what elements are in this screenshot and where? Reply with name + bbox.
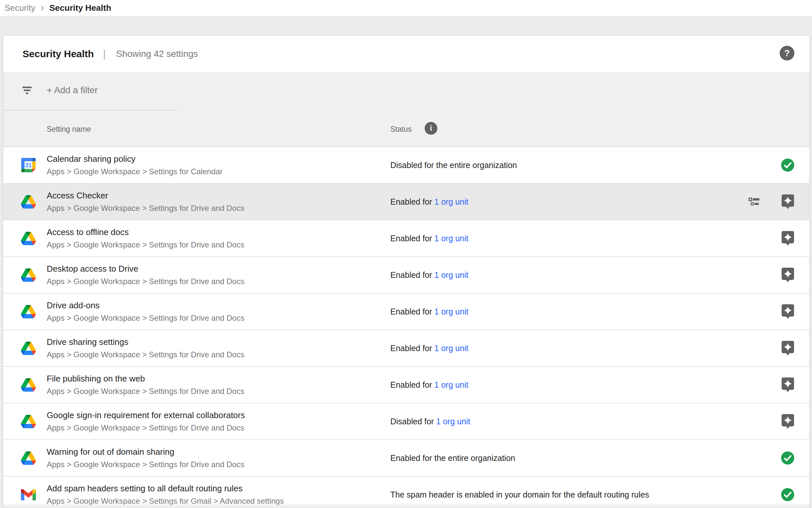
- setting-status: Enabled for 1 org unit: [390, 344, 468, 353]
- setting-path: Apps > Google Workspace > Settings for D…: [47, 277, 244, 286]
- setting-row[interactable]: Access Checker Apps > Google Workspace >…: [3, 184, 809, 220]
- drive-icon: [21, 451, 36, 466]
- setting-name: Add spam headers setting to all default …: [47, 483, 243, 494]
- breadcrumb-current-page: Security Health: [49, 3, 111, 13]
- setting-name: Desktop access to Drive: [47, 264, 138, 274]
- setting-row[interactable]: Add spam headers setting to all default …: [3, 477, 809, 508]
- drive-icon: [21, 414, 36, 429]
- status-text: Enabled for: [390, 234, 434, 243]
- breadcrumb-security-link[interactable]: Security: [5, 3, 35, 13]
- status-ok-icon: [781, 452, 794, 465]
- settings-list: 31 Calendar sharing policy Apps > Google…: [3, 147, 809, 508]
- status-text: Enabled for: [390, 380, 434, 389]
- setting-row[interactable]: Desktop access to Drive Apps > Google Wo…: [3, 257, 809, 294]
- org-unit-link[interactable]: 1 org unit: [434, 307, 468, 316]
- setting-name: Drive sharing settings: [47, 337, 128, 347]
- recommendation-icon[interactable]: [781, 195, 794, 209]
- setting-path: Apps > Google Workspace > Settings for C…: [47, 167, 223, 176]
- filter-underline: [3, 110, 178, 111]
- help-icon[interactable]: ?: [780, 46, 794, 60]
- setting-path: Apps > Google Workspace > Settings for D…: [47, 423, 244, 432]
- setting-row[interactable]: Google sign-in requirement for external …: [3, 404, 809, 440]
- chevron-right-icon: ›: [41, 2, 44, 13]
- setting-name: Access Checker: [47, 190, 108, 201]
- status-text: The spam header is enabled in your domai…: [390, 490, 649, 499]
- breadcrumb: Security › Security Health: [0, 0, 812, 16]
- setting-name: Access to offline docs: [47, 227, 129, 237]
- setting-name: Google sign-in requirement for external …: [47, 410, 245, 420]
- setting-name: Warning for out of domain sharing: [47, 447, 175, 457]
- column-header-status: Status: [390, 125, 412, 134]
- status-text: Enabled for the entire organization: [390, 454, 515, 463]
- setting-status: Disabled for 1 org unit: [390, 417, 470, 426]
- drive-icon: [21, 194, 36, 209]
- recommendation-icon[interactable]: [781, 268, 794, 283]
- org-unit-link[interactable]: 1 org unit: [434, 270, 468, 280]
- org-unit-link[interactable]: 1 org unit: [434, 380, 468, 389]
- setting-path: Apps > Google Workspace > Settings for D…: [47, 240, 244, 249]
- org-unit-link[interactable]: 1 org unit: [434, 197, 468, 206]
- org-unit-link[interactable]: 1 org unit: [434, 234, 468, 243]
- status-text: Disabled for the entire organization: [390, 161, 517, 170]
- status-text: Enabled for: [390, 270, 434, 280]
- setting-status: Enabled for 1 org unit: [390, 197, 468, 207]
- gmail-icon: [21, 487, 36, 502]
- recommendation-icon[interactable]: [781, 304, 794, 319]
- drive-icon: [21, 377, 36, 392]
- calendar-icon: 31: [21, 158, 36, 173]
- setting-path: Apps > Google Workspace > Settings for D…: [47, 460, 244, 469]
- setting-name: File publishing on the web: [47, 374, 145, 384]
- setting-row[interactable]: Warning for out of domain sharing Apps >…: [3, 440, 809, 477]
- recommendation-icon[interactable]: [781, 231, 794, 246]
- setting-status: Enabled for 1 org unit: [390, 307, 468, 316]
- setting-status: Disabled for the entire organization: [390, 161, 517, 170]
- setting-row[interactable]: Drive sharing settings Apps > Google Wor…: [3, 330, 809, 367]
- setting-status: Enabled for 1 org unit: [390, 270, 468, 280]
- status-text: Enabled for: [390, 197, 434, 206]
- filter-and-header-band: + Add a filter Setting name Status i: [3, 72, 809, 147]
- drive-icon: [21, 341, 36, 356]
- drive-icon: [21, 231, 36, 246]
- info-icon[interactable]: i: [425, 122, 437, 135]
- drive-icon: [21, 304, 36, 319]
- recommendation-icon[interactable]: [781, 414, 794, 429]
- page-title: Security Health: [22, 48, 94, 59]
- setting-row[interactable]: 31 Calendar sharing policy Apps > Google…: [3, 147, 809, 184]
- recommendation-icon[interactable]: [781, 341, 794, 356]
- title-divider: |: [103, 48, 105, 60]
- add-filter-button[interactable]: + Add a filter: [47, 85, 98, 95]
- setting-path: Apps > Google Workspace > Settings for G…: [47, 497, 284, 506]
- setting-status: The spam header is enabled in your domai…: [390, 490, 649, 500]
- settings-count-label: Showing 42 settings: [116, 49, 198, 59]
- setting-name: Drive add-ons: [47, 300, 100, 310]
- setting-path: Apps > Google Workspace > Settings for D…: [47, 313, 244, 323]
- security-health-card: Security Health | Showing 42 settings ? …: [3, 36, 809, 508]
- status-text: Disabled for: [390, 417, 436, 426]
- status-text: Enabled for: [390, 307, 434, 316]
- setting-row[interactable]: File publishing on the web Apps > Google…: [3, 367, 809, 404]
- svg-text:31: 31: [25, 162, 32, 169]
- status-ok-icon: [781, 159, 794, 172]
- setting-status: Enabled for 1 org unit: [390, 380, 468, 390]
- setting-row[interactable]: Access to offline docs Apps > Google Wor…: [3, 220, 809, 257]
- status-ok-icon: [781, 488, 794, 502]
- setting-path: Apps > Google Workspace > Settings for D…: [47, 350, 244, 359]
- setting-status: Enabled for the entire organization: [390, 454, 515, 463]
- status-text: Enabled for: [390, 344, 434, 353]
- setting-path: Apps > Google Workspace > Settings for D…: [47, 204, 244, 213]
- setting-row[interactable]: Drive add-ons Apps > Google Workspace > …: [3, 294, 809, 330]
- setting-status: Enabled for 1 org unit: [390, 234, 468, 243]
- card-header: Security Health | Showing 42 settings ?: [3, 36, 809, 72]
- column-header-setting-name: Setting name: [47, 125, 91, 134]
- org-unit-link[interactable]: 1 org unit: [436, 417, 470, 426]
- setting-name: Calendar sharing policy: [47, 154, 136, 164]
- recommendation-icon[interactable]: [781, 378, 794, 392]
- drive-icon: [21, 267, 36, 283]
- org-unit-link[interactable]: 1 org unit: [434, 344, 468, 353]
- setting-path: Apps > Google Workspace > Settings for D…: [47, 387, 244, 396]
- filter-icon[interactable]: [21, 85, 33, 97]
- org-units-icon[interactable]: [749, 197, 760, 206]
